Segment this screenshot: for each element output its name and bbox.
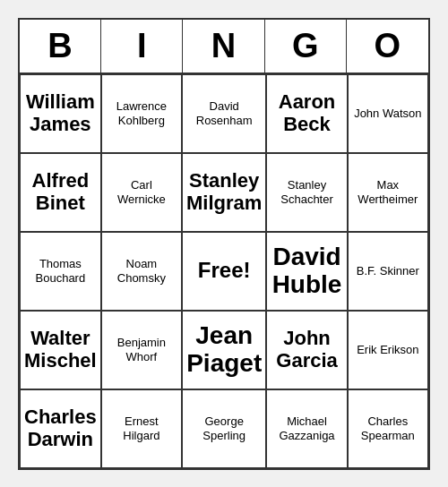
bingo-header-letter: G xyxy=(265,20,347,73)
bingo-cell-3-3: John Garcia xyxy=(266,311,347,389)
bingo-cell-1-2: Stanley Milgram xyxy=(182,153,266,232)
bingo-grid: William JamesLawrence KohlbergDavid Rose… xyxy=(20,74,428,468)
bingo-cell-2-3: David Huble xyxy=(266,232,347,311)
bingo-header-letter: B xyxy=(20,20,101,73)
bingo-cell-3-1: Benjamin Whorf xyxy=(101,311,182,389)
bingo-header-letter: I xyxy=(101,20,183,73)
bingo-card: BINGO William JamesLawrence KohlbergDavi… xyxy=(18,18,430,470)
bingo-cell-3-4: Erik Erikson xyxy=(348,311,428,389)
bingo-cell-4-2: George Sperling xyxy=(182,389,266,468)
bingo-cell-2-4: B.F. Skinner xyxy=(348,232,428,311)
bingo-header: BINGO xyxy=(20,20,428,74)
bingo-cell-1-4: Max Wertheimer xyxy=(348,153,428,232)
bingo-cell-1-3: Stanley Schachter xyxy=(266,153,347,232)
bingo-cell-4-0: Charles Darwin xyxy=(20,389,101,468)
bingo-cell-0-0: William James xyxy=(20,74,101,153)
bingo-cell-0-4: John Watson xyxy=(348,74,428,153)
bingo-cell-0-2: David Rosenham xyxy=(182,74,266,153)
bingo-cell-2-2: Free! xyxy=(182,232,266,311)
bingo-cell-4-4: Charles Spearman xyxy=(348,389,428,468)
bingo-cell-1-0: Alfred Binet xyxy=(20,153,101,232)
bingo-cell-2-1: Noam Chomsky xyxy=(101,232,182,311)
bingo-cell-4-3: Michael Gazzaniga xyxy=(266,389,347,468)
bingo-cell-3-0: Walter Mischel xyxy=(20,311,101,389)
bingo-cell-2-0: Thomas Bouchard xyxy=(20,232,101,311)
bingo-header-letter: N xyxy=(183,20,264,73)
bingo-cell-3-2: Jean Piaget xyxy=(182,311,266,389)
bingo-cell-0-1: Lawrence Kohlberg xyxy=(101,74,182,153)
bingo-cell-1-1: Carl Wernicke xyxy=(101,153,182,232)
bingo-cell-4-1: Ernest Hilgard xyxy=(101,389,182,468)
bingo-cell-0-3: Aaron Beck xyxy=(266,74,347,153)
bingo-header-letter: O xyxy=(347,20,428,73)
